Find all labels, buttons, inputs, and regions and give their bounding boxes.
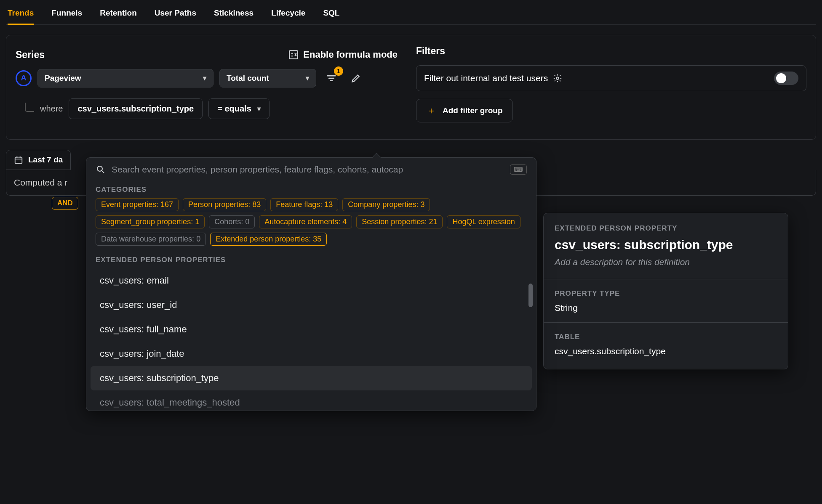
pill-person-properties[interactable]: Person properties: 83 — [183, 198, 266, 211]
series-row-a: A Pageview ▾ Total count ▾ 1 — [16, 69, 406, 88]
formula-mode-label: Enable formula mode — [303, 49, 398, 60]
chevron-down-icon: ▾ — [203, 74, 206, 82]
pill-session-properties[interactable]: Session properties: 21 — [356, 215, 443, 228]
pill-feature-flags[interactable]: Feature flags: 13 — [270, 198, 338, 211]
chevron-down-icon: ▾ — [257, 105, 261, 113]
pill-event-properties[interactable]: Event properties: 167 — [96, 198, 179, 211]
series-filter-button[interactable]: 1 — [322, 69, 341, 88]
filter-count-badge: 1 — [334, 66, 343, 76]
detail-type-label: PROPERTY TYPE — [555, 289, 777, 298]
popover-caret — [373, 153, 381, 158]
search-icon — [96, 164, 106, 175]
tab-trends[interactable]: Trends — [8, 8, 34, 25]
scrollbar-thumb[interactable] — [528, 284, 533, 307]
property-item[interactable]: csv_users: total_meetings_hosted — [91, 390, 532, 408]
pencil-icon — [350, 73, 361, 84]
tree-connector-icon — [25, 103, 34, 112]
detail-description-placeholder[interactable]: Add a description for this definition — [555, 257, 777, 267]
event-select-label: Pageview — [45, 74, 81, 83]
logic-and-chip[interactable]: AND — [52, 197, 78, 210]
pill-autocapture-elements[interactable]: Autocapture elements: 4 — [259, 215, 352, 228]
aggregation-select-label: Total count — [227, 74, 269, 83]
plus-icon: ＋ — [427, 104, 436, 117]
insight-tabs: Trends Funnels Retention User Paths Stic… — [6, 4, 816, 25]
pill-extended-person-properties[interactable]: Extended person properties: 35 — [210, 233, 327, 246]
date-range-select[interactable]: Last 7 da — [6, 150, 71, 170]
internal-users-filter-label: Filter out internal and test users — [424, 73, 548, 83]
chevron-down-icon: ▾ — [306, 74, 309, 82]
property-item[interactable]: csv_users: join_date — [91, 342, 532, 366]
pill-segment-group-properties[interactable]: Segment_group properties: 1 — [96, 215, 205, 228]
property-list-header: EXTENDED PERSON PROPERTIES — [86, 252, 536, 268]
detail-category-label: EXTENDED PERSON PROPERTY — [555, 224, 777, 233]
add-filter-group-button[interactable]: ＋ Add filter group — [416, 99, 513, 122]
tab-funnels[interactable]: Funnels — [51, 8, 82, 24]
property-item-highlighted[interactable]: csv_users: subscription_type — [91, 366, 532, 390]
tab-lifecycle[interactable]: Lifecycle — [271, 8, 305, 24]
divider — [544, 322, 788, 323]
toggle-knob — [776, 73, 786, 83]
internal-users-filter-row: Filter out internal and test users — [416, 65, 806, 91]
divider — [544, 279, 788, 279]
svg-point-3 — [97, 166, 102, 171]
event-select[interactable]: Pageview ▾ — [37, 69, 214, 88]
property-picker-popover: ⌨ CATEGORIES Event properties: 167 Perso… — [86, 157, 536, 411]
property-item[interactable]: csv_users: email — [91, 268, 532, 293]
property-search-input[interactable] — [112, 164, 504, 175]
filter-operator-label: = equals — [217, 104, 251, 114]
series-badge-a: A — [16, 70, 32, 86]
svg-rect-0 — [290, 50, 298, 59]
filter-property-chip[interactable]: csv_users.subscription_type — [69, 98, 203, 119]
series-title: Series — [16, 49, 45, 61]
property-item[interactable]: csv_users: full_name — [91, 317, 532, 342]
series-edit-button[interactable] — [347, 69, 365, 88]
tab-user-paths[interactable]: User Paths — [155, 8, 196, 24]
enable-formula-mode[interactable]: Enable formula mode — [288, 49, 398, 60]
pill-data-warehouse-properties[interactable]: Data warehouse properties: 0 — [96, 233, 206, 246]
detail-title: csv_users: subscription_type — [555, 238, 777, 252]
pill-hogql-expression[interactable]: HogQL expression — [447, 215, 520, 228]
internal-users-toggle[interactable] — [774, 72, 798, 85]
query-panel: Series Enable formula mode A Pageview ▾ … — [6, 35, 816, 140]
detail-table-label: TABLE — [555, 333, 777, 341]
formula-icon — [288, 49, 299, 60]
pill-company-properties[interactable]: Company properties: 3 — [342, 198, 430, 211]
property-item[interactable]: csv_users: user_id — [91, 293, 532, 317]
filter-operator-select[interactable]: = equals ▾ — [208, 98, 270, 119]
aggregation-select[interactable]: Total count ▾ — [219, 69, 316, 88]
svg-rect-2 — [15, 157, 22, 164]
detail-table-value: csv_users.subscription_type — [555, 346, 777, 356]
calendar-icon — [14, 155, 23, 164]
property-list: csv_users: email csv_users: user_id csv_… — [86, 268, 536, 408]
series-filter-clause: where csv_users.subscription_type = equa… — [40, 98, 406, 119]
property-detail-panel: EXTENDED PERSON PROPERTY csv_users: subs… — [543, 213, 788, 369]
where-label: where — [40, 104, 63, 114]
tab-retention[interactable]: Retention — [100, 8, 137, 24]
category-pills: Event properties: 167 Person properties:… — [86, 198, 536, 252]
pill-cohorts[interactable]: Cohorts: 0 — [209, 215, 255, 228]
add-filter-group-label: Add filter group — [443, 106, 502, 115]
tab-sql[interactable]: SQL — [323, 8, 339, 24]
tab-stickiness[interactable]: Stickiness — [214, 8, 254, 24]
keyboard-hint-icon: ⌨ — [510, 164, 527, 175]
gear-icon[interactable] — [553, 74, 562, 83]
svg-point-1 — [556, 77, 559, 80]
filters-title: Filters — [416, 45, 806, 57]
detail-type-value: String — [555, 303, 777, 313]
categories-header: CATEGORIES — [86, 181, 536, 198]
date-range-label: Last 7 da — [28, 155, 63, 164]
